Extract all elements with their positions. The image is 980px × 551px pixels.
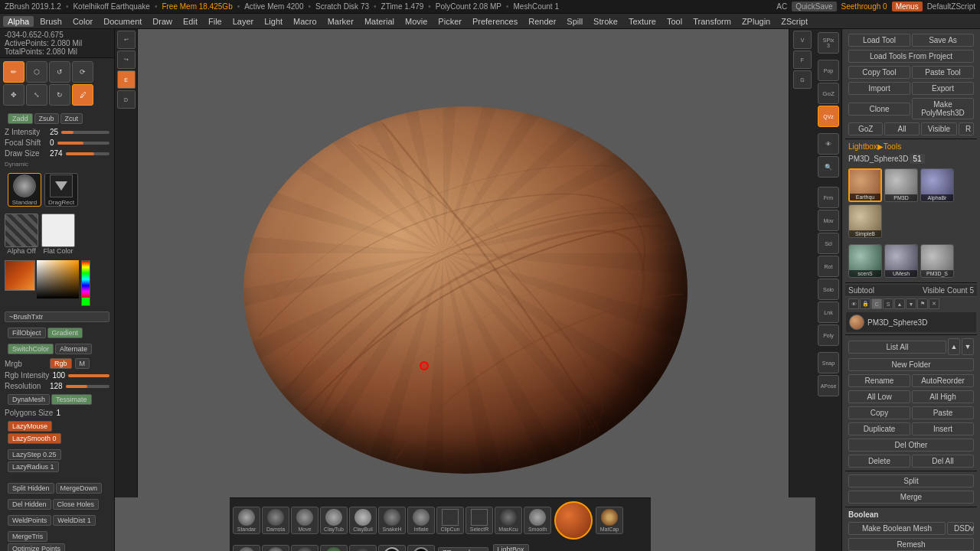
matcap-3-btn[interactable]: MatCap: [262, 545, 289, 551]
menu-document[interactable]: Document: [99, 16, 146, 27]
duplicate-btn[interactable]: Duplicate: [848, 422, 910, 435]
split-hidden-btn[interactable]: Split Hidden: [8, 483, 54, 494]
menu-transform[interactable]: Transform: [688, 16, 736, 27]
draw-tool[interactable]: ✏: [3, 61, 24, 83]
all-high-btn[interactable]: All High: [912, 390, 974, 403]
popp-btn[interactable]: Pop: [818, 60, 839, 81]
brush-damsta-btn[interactable]: Damsta: [262, 507, 289, 534]
import-btn[interactable]: Import: [848, 82, 910, 95]
load-tools-project-btn[interactable]: Load Tools From Project: [848, 50, 974, 63]
m-btn[interactable]: M: [75, 358, 90, 369]
zcut-btn[interactable]: Zcut: [60, 113, 83, 124]
matcap-outline2-btn[interactable]: Outline: [407, 545, 435, 551]
brush-move-btn[interactable]: Move: [291, 507, 318, 534]
zadd-btn[interactable]: Zadd: [8, 113, 33, 124]
st-col-icon[interactable]: C: [871, 298, 882, 309]
thumb-pm3d-s[interactable]: PM3D_S: [920, 244, 954, 278]
clone-btn[interactable]: Clone: [848, 103, 910, 116]
copy2-btn[interactable]: Copy: [848, 406, 910, 419]
paste2-btn[interactable]: Paste: [912, 406, 974, 419]
zremesher-btn[interactable]: ZRemesher: [438, 547, 488, 551]
rotate-icon-btn[interactable]: Rot: [818, 256, 839, 277]
menu-marker[interactable]: Marker: [323, 16, 358, 27]
menu-file[interactable]: File: [204, 16, 227, 27]
brush-inflate-btn[interactable]: Inflate: [407, 507, 435, 534]
poly-btn[interactable]: Poly: [818, 324, 839, 346]
z-intensity-slider[interactable]: [61, 131, 109, 134]
optimize-points-btn[interactable]: Optimize Points: [8, 543, 65, 551]
gradient-btn[interactable]: Gradient: [47, 328, 83, 338]
menu-light[interactable]: Light: [260, 16, 287, 27]
default-zscript[interactable]: DefaultZScript: [927, 2, 975, 11]
standard-brush[interactable]: Standard: [8, 173, 41, 207]
transform-tool[interactable]: ⟳: [72, 61, 93, 83]
alternate-btn[interactable]: Alternate: [55, 344, 92, 354]
thumb-simpleb6[interactable]: SimpleB: [848, 204, 882, 238]
canvas-center[interactable]: ↩ ↪ E D V F G: [115, 29, 815, 551]
make-boolean-btn[interactable]: Make Boolean Mesh: [848, 522, 946, 535]
scale-icon-btn[interactable]: Scl: [818, 233, 839, 254]
matcap-green-btn[interactable]: Green M: [320, 545, 348, 551]
scale-tool[interactable]: ⤡: [26, 84, 47, 106]
lazy-step-btn[interactable]: LazyStep 0.25: [8, 449, 61, 460]
menu-tool[interactable]: Tool: [662, 16, 687, 27]
eye-btn[interactable]: 👁: [818, 133, 839, 155]
st-eye-icon[interactable]: 👁: [848, 298, 859, 309]
subtool-item-pm3d[interactable]: PM3D_Sphere3D: [845, 311, 977, 333]
active-brush-sphere[interactable]: [554, 501, 593, 540]
del-hidden-btn[interactable]: Del Hidden: [8, 499, 51, 510]
menu-zscript[interactable]: ZScript: [776, 16, 812, 27]
select-tool[interactable]: ↺: [49, 61, 70, 83]
move-icon-btn[interactable]: Mov: [818, 210, 839, 231]
thumb-earthquake[interactable]: Earthqu: [848, 168, 882, 202]
menu-draw[interactable]: Draw: [148, 16, 177, 27]
focal-shift-slider[interactable]: [57, 142, 109, 145]
menu-macro[interactable]: Macro: [289, 16, 322, 27]
copy-tool-btn[interactable]: Copy Tool: [848, 66, 910, 79]
st-sel-icon[interactable]: S: [883, 298, 893, 309]
lightbox-tools-btn[interactable]: Lightbox▶Tools: [845, 141, 977, 152]
goz-btn[interactable]: GoZ: [818, 83, 839, 104]
link-btn[interactable]: Lnk: [818, 302, 839, 323]
menu-movie[interactable]: Movie: [400, 16, 432, 27]
remesh-btn[interactable]: Remesh: [848, 538, 974, 551]
magnify-btn[interactable]: 🔍: [818, 156, 839, 178]
merge-btn[interactable]: Merge: [848, 491, 974, 504]
dyna-mesh-btn[interactable]: DynaMesh: [8, 394, 50, 405]
resolution-slider[interactable]: [66, 385, 109, 388]
zsub-btn[interactable]: Zsub: [34, 113, 59, 124]
brush-smooth-btn[interactable]: Smooth: [524, 507, 551, 534]
lightbox-btn[interactable]: LightBox: [493, 544, 529, 551]
ds-div-btn[interactable]: DSDv: [947, 522, 974, 535]
seethrough[interactable]: Seethrough 0: [841, 2, 887, 11]
dragflect-brush[interactable]: DragRect: [44, 173, 78, 207]
new-folder-btn[interactable]: New Folder: [848, 358, 974, 371]
thumb-pm3d-sphere3c[interactable]: PM3D: [884, 168, 918, 202]
load-tool-btn[interactable]: Load Tool: [848, 34, 910, 47]
menus-btn[interactable]: Menus: [892, 2, 923, 11]
frame-btn[interactable]: Frm: [818, 187, 839, 208]
make-poly-mesh-btn[interactable]: Make PolyMesh3D: [912, 98, 974, 119]
menu-color[interactable]: Color: [68, 16, 97, 27]
split-btn[interactable]: Split: [848, 474, 974, 487]
st-up-icon[interactable]: ▲: [894, 298, 905, 309]
thumb-alphabr[interactable]: AlphaBr: [920, 168, 954, 202]
solo-btn[interactable]: Solo: [818, 279, 839, 300]
qviz-btn[interactable]: QVz: [818, 106, 839, 127]
list-down-btn[interactable]: ▼: [962, 338, 974, 355]
snap-icon-btn[interactable]: Snap: [818, 352, 839, 373]
menu-zplugin[interactable]: ZPlugin: [737, 16, 775, 27]
r-small-btn[interactable]: R: [959, 122, 974, 135]
apose-btn[interactable]: APose: [818, 375, 839, 396]
weld-points-btn[interactable]: WeldPoints: [8, 515, 51, 526]
close-holes-btn[interactable]: Close Holes: [53, 499, 100, 510]
draw-poly-tool[interactable]: ⬡: [26, 61, 47, 83]
menu-texture[interactable]: Texture: [624, 16, 661, 27]
switch-color-btn[interactable]: SwitchColor: [8, 344, 54, 354]
brush-mascu-btn[interactable]: MasKcu: [495, 507, 522, 534]
menu-picker[interactable]: Picker: [433, 16, 466, 27]
all-low-btn[interactable]: All Low: [848, 390, 910, 403]
tessimate-btn[interactable]: Tessimate: [51, 394, 92, 405]
brush-clipcun-btn[interactable]: ClipCun: [436, 507, 464, 534]
insert-btn[interactable]: Insert: [912, 422, 974, 435]
